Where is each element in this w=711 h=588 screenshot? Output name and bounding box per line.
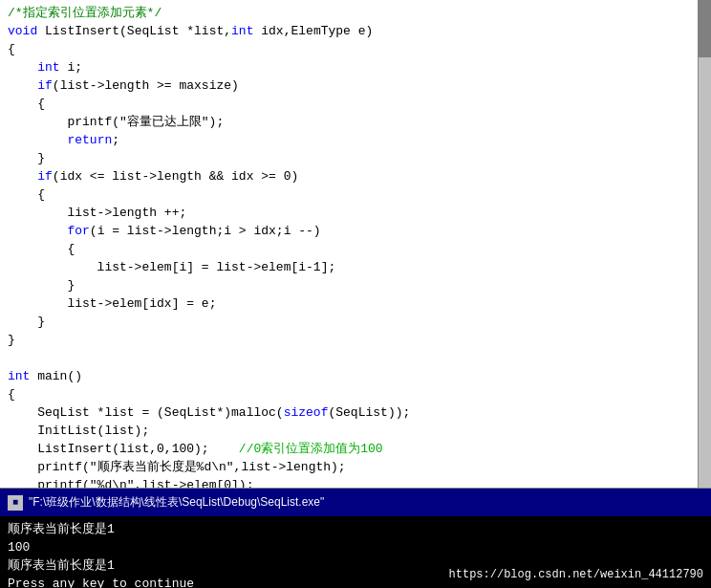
code-line-9: } — [8, 151, 45, 165]
console-line-2: 100 — [8, 538, 703, 556]
code-line-20 — [8, 351, 15, 365]
code-line-2: void ListInsert(SeqList *list,int idx,El… — [8, 24, 373, 38]
console-output: 顺序表当前长度是1 100 顺序表当前长度是1 Press any key to… — [0, 516, 711, 588]
comment-line-1: /*指定索引位置添加元素*/ — [8, 6, 162, 20]
code-line-19: } — [8, 333, 15, 347]
code-line-13: for(i = list->length;i > idx;i --) — [8, 224, 321, 238]
code-line-3: { — [8, 42, 15, 56]
taskbar-label: "F:\班级作业\数据结构\线性表\SeqList\Debug\SeqList.… — [29, 494, 324, 511]
vertical-scrollbar[interactable] — [698, 0, 711, 488]
code-line-12: list->length ++; — [8, 206, 186, 220]
code-line-25: ListInsert(list,0,100); //0索引位置添加值为100 — [8, 442, 383, 456]
code-content: /*指定索引位置添加元素*/ void ListInsert(SeqList *… — [0, 0, 711, 488]
code-line-17: list->elem[idx] = e; — [8, 296, 216, 311]
code-line-16: } — [8, 278, 75, 293]
console-url: https://blog.csdn.net/weixin_44112790 — [449, 566, 703, 584]
code-line-6: { — [8, 97, 45, 111]
code-line-4: int i; — [8, 60, 82, 75]
code-line-7: printf("容量已达上限"); — [8, 115, 224, 129]
console-line-1: 顺序表当前长度是1 — [8, 520, 703, 538]
taskbar: ■ "F:\班级作业\数据结构\线性表\SeqList\Debug\SeqLis… — [0, 488, 711, 516]
code-line-26: printf("顺序表当前长度是%d\n",list->length); — [8, 460, 346, 474]
code-line-24: InitList(list); — [8, 424, 149, 438]
code-line-14: { — [8, 242, 75, 256]
code-line-18: } — [8, 315, 45, 329]
code-line-22: { — [8, 387, 15, 402]
code-line-8: return; — [8, 133, 119, 147]
scrollbar-thumb[interactable] — [698, 0, 711, 57]
code-line-23: SeqList *list = (SeqList*)malloc(sizeof(… — [8, 405, 410, 420]
code-line-10: if(idx <= list->length && idx >= 0) — [8, 169, 298, 184]
taskbar-icon: ■ — [8, 495, 23, 511]
code-line-21: int main() — [8, 369, 82, 383]
code-line-5: if(list->length >= maxsize) — [8, 78, 239, 93]
code-editor: /*指定索引位置添加元素*/ void ListInsert(SeqList *… — [0, 0, 711, 488]
code-line-15: list->elem[i] = list->elem[i-1]; — [8, 260, 335, 274]
code-line-11: { — [8, 187, 45, 202]
code-line-27: printf("%d\n",list->elem[0]); — [8, 478, 253, 488]
